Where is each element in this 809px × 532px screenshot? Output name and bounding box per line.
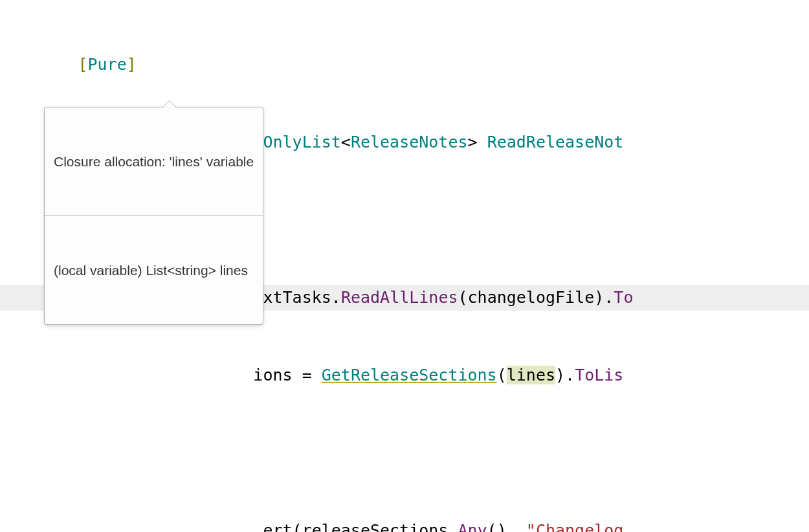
code-line [0, 440, 809, 466]
id: ions [253, 366, 292, 384]
dot: . [331, 288, 341, 307]
comma: , [507, 521, 516, 532]
code-line: ions = GetReleaseSections(lines).ToLis [0, 362, 809, 388]
method: To [614, 288, 633, 307]
code-line: ert(releaseSections.Any(), "Changelog [0, 518, 809, 532]
op: = [302, 366, 312, 384]
type: ReleaseNotes [351, 133, 468, 151]
angle: > [468, 133, 478, 151]
paren: ) [497, 521, 507, 532]
id: ert [263, 521, 292, 532]
attr-bracket: ] [127, 55, 137, 74]
method: ToLis [575, 366, 623, 384]
dot: . [448, 521, 458, 532]
hover-tooltip: Closure allocation: 'lines' variable (lo… [44, 107, 263, 325]
tooltip-local-var-type: (local variable) List<string> lines [45, 254, 263, 286]
code-editor[interactable]: [Pure] public static IReadOnlyList<Relea… [0, 0, 809, 532]
method: ReadAllLines [341, 288, 458, 307]
dot: . [604, 288, 614, 307]
attr-bracket: [ [78, 55, 87, 74]
method: GetReleaseSections [322, 366, 497, 384]
code-line: [Pure] [0, 52, 809, 78]
paren: ( [458, 288, 468, 307]
string: "Changelog [526, 521, 634, 532]
method-name: ReadReleaseNot [487, 133, 624, 151]
id: releaseSections [302, 521, 449, 532]
paren: ( [293, 521, 302, 532]
tooltip-closure-alloc: Closure allocation: 'lines' variable [45, 146, 263, 177]
paren: ( [487, 521, 497, 532]
attr-name: Pure [87, 55, 126, 74]
id-lines-ref: lines [507, 366, 555, 384]
paren: ) [555, 366, 565, 384]
paren: ) [594, 288, 604, 307]
paren: ( [497, 366, 507, 384]
tooltip-divider [45, 216, 263, 216]
angle: < [341, 133, 351, 151]
dot: . [565, 366, 575, 384]
param: changelogFile [468, 288, 595, 307]
method: Any [458, 521, 487, 532]
